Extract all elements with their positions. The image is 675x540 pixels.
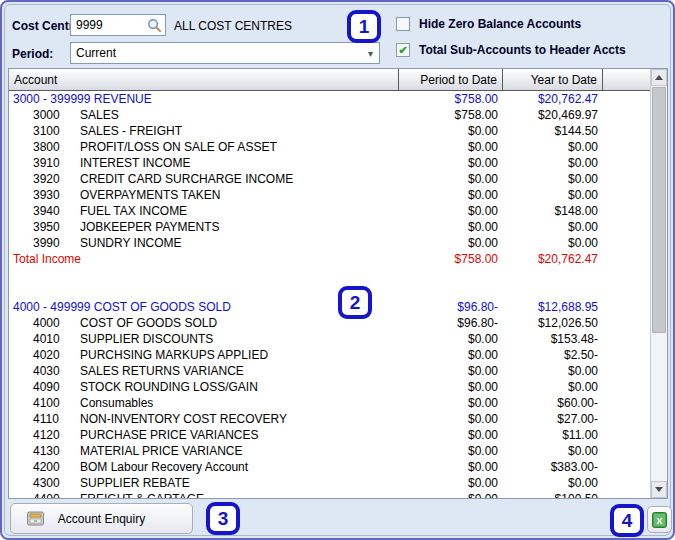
period-to-date-value: $0.00: [399, 380, 503, 394]
table-row[interactable]: 4300SUPPLIER REBATE$0.00$0.00: [9, 475, 650, 491]
section-header-name: 4000 - 499999 COST OF GOODS SOLD: [13, 300, 231, 314]
table-row[interactable]: 3990SUNDRY INCOME$0.00$0.00: [9, 235, 650, 251]
grid-content: Account Period to Date Year to Date 3000…: [9, 69, 650, 498]
period-select[interactable]: Current ▾: [70, 42, 380, 64]
year-to-date-value: $20,762.47: [503, 92, 603, 106]
account-cell: 4200BOM Labour Recovery Account: [9, 460, 399, 474]
table-row[interactable]: [9, 283, 650, 299]
callout-badge-2: 2: [338, 286, 372, 319]
table-row[interactable]: 4010SUPPLIER DISCOUNTS$0.00$153.48-: [9, 331, 650, 347]
vertical-scrollbar[interactable]: [650, 69, 667, 498]
period-to-date-value: $0.00: [399, 412, 503, 426]
account-name: PURCHSING MARKUPS APPLIED: [80, 348, 268, 362]
table-row[interactable]: 3950JOBKEEPER PAYMENTS$0.00$0.00: [9, 219, 650, 235]
scroll-down-button[interactable]: [651, 481, 667, 498]
table-row[interactable]: 4100Consumables$0.00$60.00-: [9, 395, 650, 411]
year-to-date-value: $0.00: [503, 364, 603, 378]
column-header-filler: [603, 69, 650, 90]
scroll-up-button[interactable]: [651, 69, 667, 86]
account-code: 4010: [33, 332, 71, 346]
year-to-date-value: $0.00: [503, 236, 603, 250]
account-code: 3990: [33, 236, 71, 250]
year-to-date-value: $60.00-: [503, 396, 603, 410]
account-name: Consumables: [80, 396, 153, 410]
table-row[interactable]: [9, 267, 650, 283]
column-header-period-to-date[interactable]: Period to Date: [399, 69, 503, 90]
table-row[interactable]: 4400FREIGHT & CARTAGE$0.00$100.50: [9, 491, 650, 498]
scrollbar-track[interactable]: [651, 86, 667, 481]
cost-centre-name: ALL COST CENTRES: [174, 19, 292, 33]
scrollbar-thumb[interactable]: [652, 87, 666, 333]
year-to-date-value: $0.00: [503, 444, 603, 458]
table-row[interactable]: 3910INTEREST INCOME$0.00$0.00: [9, 155, 650, 171]
table-row[interactable]: 4130MATERIAL PRICE VARIANCE$0.00$0.00: [9, 443, 650, 459]
table-row[interactable]: 4200BOM Labour Recovery Account$0.00$383…: [9, 459, 650, 475]
year-to-date-value: $0.00: [503, 188, 603, 202]
export-excel-button[interactable]: X: [647, 506, 672, 533]
search-icon[interactable]: [147, 18, 162, 33]
total-sub-checkbox[interactable]: ✔: [396, 43, 410, 57]
table-row[interactable]: Total Income$758.00$20,762.47: [9, 251, 650, 267]
account-code: 4300: [33, 476, 71, 490]
account-cell: 3990SUNDRY INCOME: [9, 236, 399, 250]
account-cell: Total Income: [9, 252, 399, 266]
account-code: 3950: [33, 220, 71, 234]
account-name: INTEREST INCOME: [80, 156, 190, 170]
section-header-name: 3000 - 399999 REVENUE: [13, 92, 152, 106]
grid-body: 3000 - 399999 REVENUE$758.00$20,762.4730…: [9, 91, 650, 498]
table-row[interactable]: 3000 - 399999 REVENUE$758.00$20,762.47: [9, 91, 650, 107]
callout-badge-1: 1: [347, 10, 381, 43]
table-row[interactable]: 3800PROFIT/LOSS ON SALE OF ASSET$0.00$0.…: [9, 139, 650, 155]
table-row[interactable]: 3100SALES - FREIGHT$0.00$144.50: [9, 123, 650, 139]
column-header-year-to-date[interactable]: Year to Date: [503, 69, 603, 90]
column-header-account[interactable]: Account: [9, 69, 399, 90]
account-name: STOCK ROUNDING LOSS/GAIN: [80, 380, 258, 394]
hide-zero-checkbox[interactable]: [396, 17, 410, 31]
account-cell: 3800PROFIT/LOSS ON SALE OF ASSET: [9, 140, 399, 154]
account-name: CREDIT CARD SURCHARGE INCOME: [80, 172, 293, 186]
cost-centre-value: 9999: [76, 18, 147, 32]
period-to-date-value: $0.00: [399, 364, 503, 378]
table-row[interactable]: 4120PURCHASE PRICE VARIANCES$0.00$11.00: [9, 427, 650, 443]
year-to-date-value: $148.00: [503, 204, 603, 218]
account-cell: 3950JOBKEEPER PAYMENTS: [9, 220, 399, 234]
period-label: Period:: [12, 47, 53, 61]
table-row[interactable]: 4030SALES RETURNS VARIANCE$0.00$0.00: [9, 363, 650, 379]
year-to-date-value: $153.48-: [503, 332, 603, 346]
cash-drawer-icon: [27, 511, 44, 526]
year-to-date-value: $20,762.47: [503, 252, 603, 266]
table-row[interactable]: 3920CREDIT CARD SURCHARGE INCOME$0.00$0.…: [9, 171, 650, 187]
grid-header: Account Period to Date Year to Date: [9, 69, 650, 91]
account-code: 3000: [33, 108, 71, 122]
period-to-date-value: $0.00: [399, 236, 503, 250]
period-to-date-value: $0.00: [399, 156, 503, 170]
account-cell: 4120PURCHASE PRICE VARIANCES: [9, 428, 399, 442]
account-code: 4020: [33, 348, 71, 362]
table-row[interactable]: 4090STOCK ROUNDING LOSS/GAIN$0.00$0.00: [9, 379, 650, 395]
account-code: 3910: [33, 156, 71, 170]
table-row[interactable]: 3000SALES$758.00$20,469.97: [9, 107, 650, 123]
table-row[interactable]: 3930OVERPAYMENTS TAKEN$0.00$0.00: [9, 187, 650, 203]
table-row[interactable]: 4020PURCHSING MARKUPS APPLIED$0.00$2.50-: [9, 347, 650, 363]
accounts-grid: Account Period to Date Year to Date 3000…: [8, 68, 668, 499]
account-cell: 3930OVERPAYMENTS TAKEN: [9, 188, 399, 202]
period-to-date-value: $0.00: [399, 204, 503, 218]
cost-centre-input[interactable]: 9999: [70, 14, 166, 36]
account-code: 4130: [33, 444, 71, 458]
account-name: OVERPAYMENTS TAKEN: [80, 188, 220, 202]
account-enquiry-button[interactable]: Account Enquiry: [10, 503, 193, 534]
year-to-date-value: $0.00: [503, 156, 603, 170]
account-name: SUPPLIER REBATE: [80, 476, 190, 490]
hide-zero-label: Hide Zero Balance Accounts: [419, 17, 581, 31]
account-code: 4110: [33, 412, 71, 426]
table-row[interactable]: 4000COST OF GOODS SOLD$96.80-$12,026.50: [9, 315, 650, 331]
account-cell: 4000COST OF GOODS SOLD: [9, 316, 399, 330]
account-name: SUNDRY INCOME: [80, 236, 182, 250]
table-row[interactable]: 4110NON-INVENTORY COST RECOVERY$0.00$27.…: [9, 411, 650, 427]
account-cell: 4020PURCHSING MARKUPS APPLIED: [9, 348, 399, 362]
table-row[interactable]: 4000 - 499999 COST OF GOODS SOLD$96.80-$…: [9, 299, 650, 315]
account-name: COST OF GOODS SOLD: [80, 316, 217, 330]
account-code: 3800: [33, 140, 71, 154]
table-row[interactable]: 3940FUEL TAX INCOME$0.00$148.00: [9, 203, 650, 219]
total-sub-label: Total Sub-Accounts to Header Accts: [419, 43, 626, 57]
